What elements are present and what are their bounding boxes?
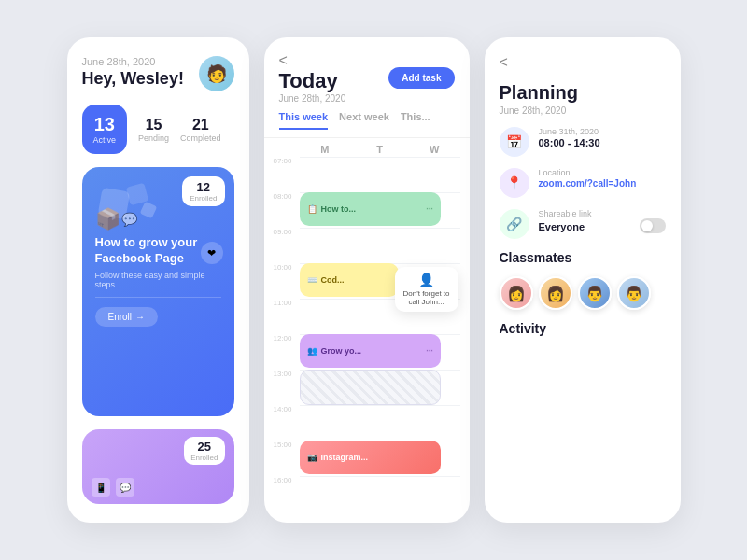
stat-active: 13 Active <box>82 105 128 154</box>
day-tuesday: T <box>354 144 405 155</box>
event-icon-2: ⌨️ <box>307 275 317 285</box>
event-label-3: Grow yo... <box>321 346 362 356</box>
location-value[interactable]: zoom.com/?call=John <box>539 178 637 189</box>
event-label: How to... <box>321 204 357 214</box>
link-icon: 🔗 <box>500 209 529 239</box>
event-code[interactable]: ⌨️ Cod... <box>300 263 400 297</box>
event-label-2: Cod... <box>321 275 345 285</box>
card-dashboard: June 28th, 2020 Hey, Wesley! 🧑 13 Active… <box>67 37 249 523</box>
activity-chart <box>500 347 666 403</box>
purple-enrolled-count: 25 <box>190 440 218 454</box>
classmate-3: 👨 <box>578 276 612 310</box>
planning-time-item: 📅 June 31th, 2020 08:00 - 14:30 <box>500 127 666 157</box>
time-1100: 11:00 <box>274 299 300 307</box>
calendar-header: < Today June 28th, 2020 Add task <box>264 37 470 111</box>
time-1400: 14:00 <box>274 405 300 413</box>
time-1500: 15:00 <box>274 441 300 449</box>
instagram-icon: 📷 <box>307 453 317 462</box>
dashboard-date: June 28th, 2020 <box>82 56 184 67</box>
shareable-toggle[interactable] <box>640 218 666 233</box>
purple-course-card: 25 Enrolled 📱 💬 <box>82 429 234 504</box>
back-button[interactable]: < <box>279 52 288 69</box>
calendar-icon: 📅 <box>500 127 529 157</box>
events-area: 📋 How to... ··· ⌨️ Cod... 👤 Don't forget… <box>300 157 460 523</box>
location-label: Location <box>539 168 637 177</box>
activity-title: Activity <box>500 321 666 336</box>
tab-this-week[interactable]: This week <box>279 111 329 130</box>
purple-enrolled-badge: 25 Enrolled <box>184 437 224 465</box>
tab-next-week[interactable]: Next week <box>339 111 389 130</box>
icon-2: 💬 <box>116 478 134 497</box>
time-0700: 07:00 <box>274 157 300 165</box>
classmate-2: 👩 <box>539 276 572 310</box>
planning-shareable-item: 🔗 Shareable link Everyone <box>500 209 666 239</box>
heart-icon[interactable]: ❤ <box>201 242 223 264</box>
pending-count: 15 <box>138 117 169 133</box>
classmate-4: 👨 <box>617 276 651 310</box>
stat-pending: 15 Pending <box>138 117 169 143</box>
tab-this-month[interactable]: This... <box>401 111 430 130</box>
planning-location-info: Location zoom.com/?call=John <box>539 168 637 189</box>
card-calendar: < Today June 28th, 2020 Add task This we… <box>264 37 470 523</box>
enroll-button[interactable]: Enroll → <box>95 307 159 327</box>
stats-row: 13 Active 15 Pending 21 Completed <box>82 105 234 154</box>
time-1600: 16:00 <box>274 476 300 484</box>
planning-back-button[interactable]: < <box>500 54 666 71</box>
featured-course-card: 12 Enrolled ❤ 📦 💬 How to grow your Faceb… <box>82 167 234 416</box>
classmates-title: Classmates <box>500 250 666 265</box>
person-note-text: Don't forget to call John... <box>402 289 451 306</box>
time-0900: 09:00 <box>274 228 300 236</box>
event-icon-3: 👥 <box>307 346 317 356</box>
calendar-title: Today <box>279 69 346 93</box>
week-tabs: This week Next week This... <box>264 111 470 138</box>
location-icon: 📍 <box>500 168 529 198</box>
planning-date: June 28th, 2020 <box>500 105 666 116</box>
greeting-text: Hey, Wesley! <box>82 69 184 89</box>
arrow-icon: → <box>135 312 145 322</box>
icon-1: 📱 <box>92 478 110 497</box>
event-icon: 📋 <box>307 204 317 214</box>
enroll-label: Enroll <box>108 312 133 322</box>
planning-shareable-info: Shareable link Everyone <box>539 209 666 233</box>
time-1000: 10:00 <box>274 263 300 272</box>
completed-label: Completed <box>180 133 221 143</box>
course-subtitle: Follow these easy and simple steps <box>95 271 221 289</box>
planning-location-item: 📍 Location zoom.com/?call=John <box>500 168 666 198</box>
event-instagram[interactable]: 📷 Instagram... <box>300 441 441 474</box>
card-planning: < Planning June 28th, 2020 📅 June 31th, … <box>485 37 681 523</box>
add-task-button[interactable]: Add task <box>388 67 454 89</box>
calendar-body: 07:00 08:00 09:00 10:00 11:00 12:00 13:0… <box>264 157 470 523</box>
event-menu[interactable]: ··· <box>426 204 433 214</box>
active-label: Active <box>93 135 117 145</box>
classmates-row: 👩 👩 👨 👨 <box>500 276 666 310</box>
shareable-toggle-row: Everyone <box>539 218 666 233</box>
event-menu-3[interactable]: ··· <box>426 346 433 356</box>
stat-completed: 21 Completed <box>180 117 221 143</box>
shareable-value: Everyone <box>539 221 585 232</box>
event-grow[interactable]: 👥 Grow yo... ··· <box>300 334 441 368</box>
toggle-knob <box>641 220 653 231</box>
course-illustration: 📦 💬 <box>95 180 221 231</box>
time-0800: 08:00 <box>274 192 300 201</box>
person-icon: 👤 <box>402 273 451 287</box>
day-monday: M <box>300 144 351 155</box>
calendar-date: June 28th, 2020 <box>279 93 346 104</box>
time-1300: 13:00 <box>274 370 300 378</box>
planning-title: Planning <box>500 82 666 104</box>
purple-enrolled-label: Enrolled <box>190 454 218 462</box>
planning-time-value: 08:00 - 14:30 <box>539 137 600 148</box>
planning-date-label: June 31th, 2020 <box>539 127 600 136</box>
purple-card-icons: 📱 💬 <box>92 478 134 497</box>
pending-label: Pending <box>138 133 169 143</box>
completed-count: 21 <box>180 117 221 133</box>
classmate-1: 👩 <box>500 276 533 310</box>
user-avatar: 🧑 <box>199 56 234 91</box>
day-wednesday: W <box>409 144 460 155</box>
event-label-4: Instagram... <box>321 453 369 462</box>
person-note-bubble: 👤 Don't forget to call John... <box>395 267 458 312</box>
active-count: 13 <box>93 114 117 135</box>
planning-time-info: June 31th, 2020 08:00 - 14:30 <box>539 127 600 148</box>
shareable-label: Shareable link <box>539 209 666 218</box>
event-howto[interactable]: 📋 How to... ··· <box>300 192 441 226</box>
time-1200: 12:00 <box>274 334 300 343</box>
